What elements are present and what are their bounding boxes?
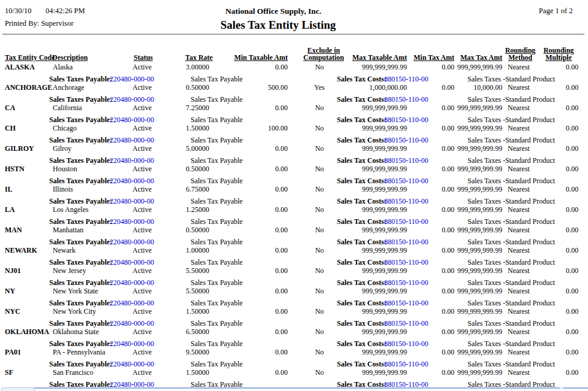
payable-account-link[interactable]: 220480-000-00 [110,259,154,266]
entity-exclude-in-computation: No [298,206,340,214]
entity-min-taxable-amt: 0.00 [234,247,288,254]
entity-exclude-in-computation: No [298,308,340,316]
entity-group: ALASKA Alaska Active 3.00000 0.00 No 999… [0,63,588,84]
payable-account-link[interactable]: 220480-000-00 [110,137,154,144]
costs-account-description: Sales Taxes -Standard Product [468,177,555,185]
entity-min-taxable-amt: 0.00 [234,226,288,234]
payable-account-link[interactable]: 220480-000-00 [110,157,154,165]
entity-rounding-method: Nearest [508,125,530,132]
entity-description: New York City [53,308,96,316]
costs-account-link[interactable]: 880150-110-00 [384,360,429,368]
payable-account-link[interactable]: 220480-000-00 [110,116,154,124]
payable-account-link[interactable]: 220480-000-00 [110,238,154,246]
payable-account-link[interactable]: 220480-000-00 [110,360,154,368]
entity-status: Active [132,145,152,153]
entity-max-taxable-amt: 999,999,999.99 [347,328,407,336]
entity-group: NEWARK Newark Active 1.00000 0.00 No 999… [0,247,588,267]
costs-account-link[interactable]: 880150-110-00 [384,218,429,226]
sales-taxes-payable-label: Sales Taxes Payable: [49,299,112,307]
entity-row: OKLAHOMA Oklahoma State Active 6.50000 0… [0,328,588,336]
payable-account-link[interactable]: 220480-000-00 [110,279,154,287]
entity-exclude-in-computation: No [298,125,340,132]
costs-account-link[interactable]: 880150-110-00 [384,320,429,328]
costs-account-link[interactable]: 880150-110-00 [384,299,429,307]
entity-group: CA California Active 7.25000 0.00 No 999… [0,104,588,125]
entity-code: HSTN [5,165,25,173]
entity-max-tax-amt: 999,999,999.99 [448,328,502,336]
costs-account-link[interactable]: 880150-110-00 [384,177,429,185]
gl-accounts-row: Sales Taxes Payable: 220480-000-00 Sales… [0,360,588,368]
scrollbar-thumb-edge [560,387,563,389]
entity-tax-rate: 0.50000 [186,165,209,173]
entity-rounding-multiple: 0.00 [536,308,578,316]
entity-min-taxable-amt: 0.00 [234,369,288,377]
page-number: Page 1 of 2 [539,7,573,16]
col-rounding-method: RoundingMethod [503,47,537,61]
entity-status: Active [132,63,152,71]
payable-account-link[interactable]: 220480-000-00 [110,177,154,185]
sales-taxes-payable-label: Sales Taxes Payable: [49,157,112,165]
entity-max-taxable-amt: 999,999,999.99 [347,104,407,112]
sales-taxes-payable-label: Sales Taxes Payable: [49,177,112,185]
costs-account-link[interactable]: 880150-110-00 [384,340,429,348]
entity-group: NY New York State Active 5.50000 0.00 No… [0,287,588,308]
costs-account-link[interactable]: 880150-110-00 [384,116,429,124]
payable-account-link[interactable]: 220480-000-00 [110,75,154,83]
entity-status: Active [132,328,152,336]
payable-account-description: Sales Tax Payable [191,96,243,104]
gl-accounts-row: Sales Taxes Payable: 220480-000-00 Sales… [0,157,588,165]
sales-taxes-payable-label: Sales Taxes Payable: [49,75,112,83]
entity-description: San Francisco [53,369,94,377]
scrollbar-left-button[interactable] [1,387,35,391]
entity-rounding-method: Nearest [508,63,530,71]
col-status: Status [128,54,158,61]
entity-rounding-multiple: 0.00 [536,328,578,336]
sales-taxes-payable-label: Sales Taxes Payable: [49,340,112,348]
payable-account-link[interactable]: 220480-000-00 [110,198,154,205]
payable-account-link[interactable]: 220480-000-00 [110,299,154,307]
entity-exclude-in-computation: No [298,186,340,193]
entity-status: Active [132,247,152,254]
scrollbar-track[interactable] [34,387,588,389]
entity-group: SF San Francisco Active 1.50000 0.00 No … [0,369,588,389]
costs-account-link[interactable]: 880150-110-00 [384,279,429,287]
gl-accounts-row: Sales Taxes Payable: 220480-000-00 Sales… [0,198,588,205]
entity-row: NY New York State Active 5.50000 0.00 No… [0,287,588,295]
entity-max-taxable-amt: 999,999,999.99 [347,348,407,356]
entity-description: New Jersey [53,267,86,275]
costs-account-link[interactable]: 880150-110-00 [384,137,429,144]
entity-max-taxable-amt: 999,999,999.99 [347,165,407,173]
entity-max-taxable-amt: 999,999,999.99 [347,63,407,71]
payable-account-link[interactable]: 220480-000-00 [110,96,154,104]
horizontal-scrollbar[interactable] [0,387,588,391]
entity-max-taxable-amt: 999,999,999.99 [347,267,407,275]
payable-account-link[interactable]: 220480-000-00 [110,218,154,226]
costs-account-link[interactable]: 880150-110-00 [384,259,429,266]
entity-tax-rate: 1.00000 [186,247,209,254]
entity-status: Active [132,226,152,234]
costs-account-link[interactable]: 880150-110-00 [384,75,429,83]
payable-account-link[interactable]: 220480-000-00 [110,320,154,328]
sales-taxes-payable-label: Sales Taxes Payable: [49,116,112,124]
costs-account-description: Sales Taxes -Standard Product [468,238,555,246]
entity-rounding-multiple: 0.00 [536,186,578,193]
entity-tax-rate: 6.75000 [186,186,209,193]
entity-max-tax-amt: 999,999,999.99 [448,348,502,356]
costs-account-description: Sales Taxes -Standard Product [468,157,555,165]
costs-account-link[interactable]: 880150-110-00 [384,157,429,165]
entity-row: PA01 PA - Pennsylvania Active 9.50000 0.… [0,348,588,356]
entity-code: LA [5,206,15,214]
payable-account-link[interactable]: 220480-000-00 [110,340,154,348]
entity-row: ALASKA Alaska Active 3.00000 0.00 No 999… [0,63,588,71]
costs-account-link[interactable]: 880150-110-00 [384,96,429,104]
sales-taxes-payable-label: Sales Taxes Payable: [49,218,112,226]
payable-account-description: Sales Tax Payable [191,177,243,185]
entity-group: NYC New York City Active 1.50000 0.00 No… [0,308,588,328]
sales-tax-costs-label: Sales Tax Costs: [337,198,387,205]
payable-account-description: Sales Tax Payable [191,320,243,328]
entity-code: CH [5,125,16,132]
costs-account-link[interactable]: 880150-110-00 [384,198,429,205]
costs-account-description: Sales Taxes -Standard Product [468,360,555,368]
costs-account-link[interactable]: 880150-110-00 [384,238,429,246]
entity-group: HSTN Houston Active 0.50000 0.00 No 999,… [0,165,588,186]
